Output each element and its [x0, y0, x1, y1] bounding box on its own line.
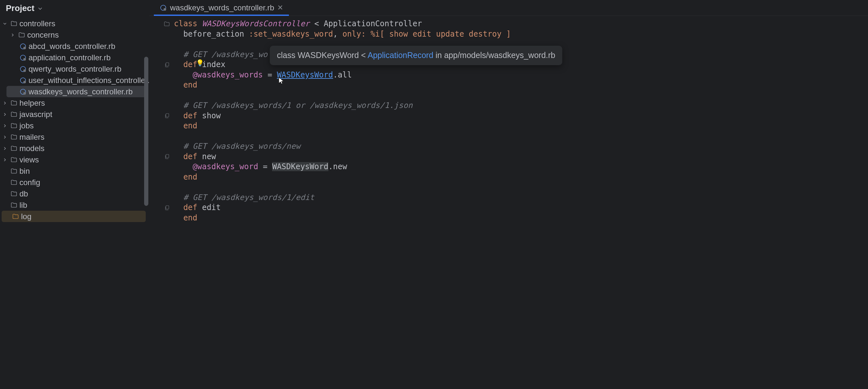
- tree-label: bin: [20, 167, 30, 176]
- folder-icon: [10, 168, 18, 175]
- tree-file[interactable]: qwerty_words_controller.rb: [0, 63, 149, 75]
- svg-point-1: [23, 47, 26, 49]
- keyword: end: [183, 121, 197, 130]
- ruby-file-icon: [160, 4, 167, 11]
- expand-arrow-icon[interactable]: [3, 158, 8, 162]
- tree-folder[interactable]: config: [0, 177, 149, 188]
- symbol: only:: [342, 29, 366, 38]
- tree-folder-controllers[interactable]: controllers: [0, 18, 149, 29]
- editor-area: wasdkeys_words_controller.rb ✕: [149, 0, 868, 389]
- tree-folder[interactable]: mailers: [0, 131, 149, 143]
- svg-rect-12: [166, 62, 169, 66]
- gutter-copy-icon[interactable]: [149, 203, 174, 213]
- instance-var: @wasdkeys_words: [193, 71, 263, 79]
- gutter-folder-icon[interactable]: [149, 19, 174, 29]
- tree-label: jobs: [20, 121, 34, 130]
- folder-icon: [10, 145, 18, 152]
- gutter: [149, 16, 174, 389]
- editor-body[interactable]: class WASDKeysWordsController < Applicat…: [149, 16, 868, 389]
- tree-label: wasdkeys_words_controller.rb: [29, 87, 132, 96]
- ruby-file-icon: [20, 54, 27, 61]
- svg-rect-15: [166, 205, 169, 209]
- comment: # GET /wasdkeys_words/1 or /wasdkeys_wor…: [183, 101, 413, 110]
- instance-var: @wasdkeys_word: [193, 162, 258, 171]
- tree-folder[interactable]: javascript: [0, 109, 149, 120]
- project-sidebar: Project controllers concerns: [0, 0, 149, 389]
- constant: WASDKeysWord: [272, 162, 328, 171]
- tree-label: application_controller.rb: [29, 53, 111, 62]
- tree-label: javascript: [20, 110, 52, 119]
- tree-folder[interactable]: jobs: [0, 120, 149, 131]
- method-call: .new: [329, 162, 347, 171]
- method-call: .all: [333, 71, 352, 79]
- sidebar-title: Project: [6, 3, 34, 13]
- tree-file[interactable]: application_controller.rb: [0, 52, 149, 63]
- sidebar-header[interactable]: Project: [0, 0, 149, 18]
- expand-arrow-icon[interactable]: [3, 135, 8, 139]
- tree-label: helpers: [20, 99, 45, 108]
- tree-folder[interactable]: bin: [0, 165, 149, 177]
- scrollbar-thumb[interactable]: [144, 57, 148, 206]
- tree-label: user_without_inflections_controller.rb: [29, 76, 149, 85]
- comment: # GET /wasdkeys_wo: [183, 50, 268, 59]
- constant: ApplicationController: [323, 19, 422, 28]
- code-editor[interactable]: class WASDKeysWordsController < Applicat…: [174, 16, 868, 389]
- expand-arrow-icon[interactable]: [3, 101, 8, 105]
- editor-tab[interactable]: wasdkeys_words_controller.rb ✕: [154, 0, 289, 16]
- folder-icon: [10, 190, 18, 197]
- method-call: before_action: [183, 29, 244, 38]
- tooltip-text: class WASDKeysWord <: [277, 51, 368, 60]
- tree-file[interactable]: abcd_words_controller.rb: [0, 40, 149, 52]
- gutter-copy-icon[interactable]: [149, 152, 174, 162]
- folder-icon: [10, 179, 18, 186]
- close-icon[interactable]: ✕: [277, 4, 283, 12]
- folder-icon: [10, 20, 18, 27]
- gutter-copy-icon[interactable]: [149, 111, 174, 121]
- tree-folder[interactable]: db: [0, 188, 149, 199]
- tree-folder[interactable]: views: [0, 154, 149, 165]
- tree-label: abcd_words_controller.rb: [29, 42, 115, 51]
- symbol: :set_wasdkeys_word: [249, 29, 333, 38]
- expand-arrow-icon[interactable]: [3, 146, 8, 151]
- tree-label: log: [21, 212, 31, 221]
- folder-icon: [10, 111, 18, 118]
- constant-link[interactable]: WASDKeysWord: [277, 71, 333, 79]
- tab-bar: wasdkeys_words_controller.rb ✕: [149, 0, 868, 16]
- svg-point-3: [23, 58, 26, 61]
- ruby-file-icon: [20, 65, 27, 73]
- gutter-copy-icon[interactable]: [149, 60, 174, 70]
- expand-arrow-icon[interactable]: [10, 33, 16, 37]
- tree-file[interactable]: user_without_inflections_controller.rb: [0, 75, 149, 86]
- array-literal: %i[ show edit update destroy ]: [371, 29, 511, 38]
- hover-tooltip: class WASDKeysWord < ApplicationRecord i…: [270, 46, 562, 65]
- folder-icon: [10, 134, 18, 141]
- tooltip-link[interactable]: ApplicationRecord: [368, 51, 433, 60]
- tree-folder[interactable]: helpers: [0, 97, 149, 109]
- tree-file-selected[interactable]: wasdkeys_words_controller.rb: [6, 86, 146, 97]
- tree-folder[interactable]: models: [0, 143, 149, 154]
- project-tree[interactable]: controllers concerns abcd_words_controll…: [0, 18, 149, 389]
- keyword: end: [183, 172, 197, 182]
- tree-label: views: [20, 155, 39, 164]
- svg-rect-13: [166, 114, 169, 117]
- operator: =: [263, 162, 268, 171]
- expand-arrow-icon[interactable]: [3, 123, 8, 128]
- lightbulb-icon[interactable]: 💡: [196, 58, 204, 68]
- folder-icon: [18, 31, 25, 38]
- keyword: def: [183, 60, 197, 69]
- method-name: new: [202, 152, 216, 161]
- folder-icon: [10, 122, 18, 129]
- expand-arrow-icon[interactable]: [3, 112, 8, 117]
- chevron-down-icon: [37, 6, 43, 11]
- tree-folder-log[interactable]: log: [2, 211, 146, 222]
- folder-icon: [10, 202, 18, 209]
- expand-arrow-icon[interactable]: [3, 21, 8, 26]
- ruby-file-icon: [20, 88, 27, 95]
- tree-label: qwerty_words_controller.rb: [29, 64, 121, 74]
- tree-folder-concerns[interactable]: concerns: [0, 29, 149, 40]
- comment: # GET /wasdkeys_words/1/edit: [183, 193, 314, 202]
- operator: =: [268, 71, 272, 79]
- keyword: def: [183, 152, 197, 161]
- svg-point-9: [23, 92, 26, 95]
- tree-folder[interactable]: lib: [0, 199, 149, 211]
